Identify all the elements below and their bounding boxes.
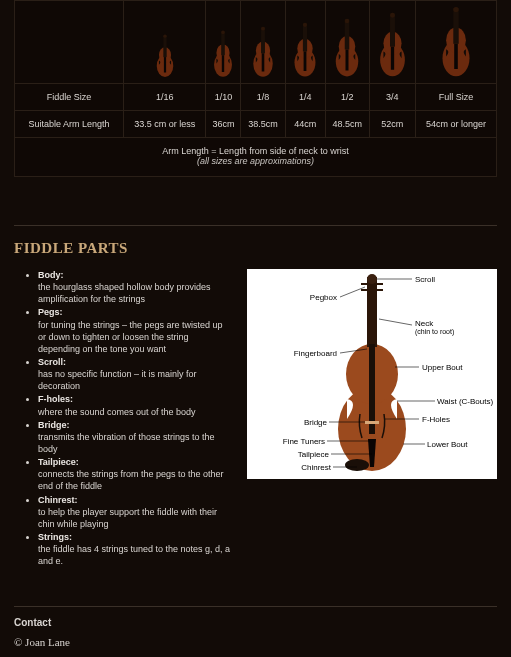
part-desc: for tuning the strings – the pegs are tw… <box>38 320 223 354</box>
violin-icon <box>291 21 319 79</box>
svg-line-48 <box>379 319 412 325</box>
empty-header-cell <box>15 1 124 84</box>
arm-cell: 36cm <box>206 111 241 138</box>
size-row-label: Fiddle Size <box>15 84 124 111</box>
fiddle-diagram: Scroll Pegbox Neck (chin to root) Finger… <box>247 269 497 479</box>
svg-point-9 <box>222 31 226 35</box>
diagram-label-chinrest: Chinrest <box>301 463 331 472</box>
list-item: Tailpiece:connects the strings from the … <box>38 456 233 492</box>
violin-icon <box>250 25 276 79</box>
violin-image-cell <box>124 1 206 84</box>
violin-image-cell <box>325 1 369 84</box>
contact-link[interactable]: Contact <box>14 617 497 628</box>
svg-point-45 <box>345 459 369 471</box>
size-cell: 3/4 <box>369 84 415 111</box>
fiddle-parts-section: Body:the hourglass shaped hollow body pr… <box>14 269 497 568</box>
violin-icon <box>332 17 362 79</box>
size-cell: 1/16 <box>124 84 206 111</box>
svg-rect-41 <box>377 283 383 285</box>
list-item: Scroll:has no specific function – it is … <box>38 356 233 392</box>
svg-rect-27 <box>390 14 395 47</box>
diagram-label-bridge: Bridge <box>304 418 327 427</box>
svg-rect-43 <box>377 289 383 291</box>
svg-rect-38 <box>369 344 375 434</box>
svg-rect-17 <box>303 23 307 51</box>
svg-rect-32 <box>453 8 458 44</box>
violin-image-cell <box>241 1 285 84</box>
diagram-label-finetuners: Fine Tuners <box>283 437 325 446</box>
arm-row: Suitable Arm Length 33.5 cm or less 36cm… <box>15 111 497 138</box>
arm-cell: 33.5 cm or less <box>124 111 206 138</box>
list-item: Body:the hourglass shaped hollow body pr… <box>38 269 233 305</box>
table-footnote: Arm Length = Length from side of neck to… <box>14 138 497 177</box>
diagram-label-waist: Waist (C-Bouts) <box>437 397 493 406</box>
footer-divider <box>14 606 497 607</box>
diagram-label-necknote: (chin to root) <box>415 328 454 335</box>
part-desc: connects the strings from the pegs to th… <box>38 469 224 491</box>
size-cell: Full Size <box>415 84 496 111</box>
fiddle-parts-list: Body:the hourglass shaped hollow body pr… <box>14 269 233 568</box>
svg-rect-7 <box>222 31 226 55</box>
part-desc: the fiddle has 4 strings tuned to the no… <box>38 544 230 566</box>
part-name: Bridge: <box>38 420 70 430</box>
diagram-label-fingerboard: Fingerboard <box>294 349 337 358</box>
size-cell: 1/8 <box>241 84 285 111</box>
violin-icon <box>211 29 235 79</box>
part-desc: the hourglass shaped hollow body provide… <box>38 282 211 304</box>
svg-point-29 <box>390 13 395 18</box>
arm-cell: 52cm <box>369 111 415 138</box>
list-item: Strings:the fiddle has 4 strings tuned t… <box>38 531 233 567</box>
part-name: Pegs: <box>38 307 63 317</box>
svg-rect-22 <box>345 20 350 50</box>
part-desc: to help the player support the fiddle wi… <box>38 507 217 529</box>
svg-point-14 <box>261 27 265 31</box>
part-name: Strings: <box>38 532 72 542</box>
list-item: Pegs:for tuning the strings – the pegs a… <box>38 306 233 355</box>
size-cell: 1/2 <box>325 84 369 111</box>
size-cell: 1/10 <box>206 84 241 111</box>
svg-rect-3 <box>164 57 166 72</box>
violin-icon <box>154 33 176 79</box>
svg-rect-18 <box>304 51 307 71</box>
svg-rect-44 <box>365 421 379 424</box>
arm-cell: 54cm or longer <box>415 111 496 138</box>
svg-point-39 <box>367 274 377 284</box>
part-desc: where the sound comes out of the body <box>38 407 196 417</box>
violin-image-cell <box>415 1 496 84</box>
arm-cell: 38.5cm <box>241 111 285 138</box>
diagram-label-neck: Neck <box>415 319 433 328</box>
arm-row-label: Suitable Arm Length <box>15 111 124 138</box>
divider <box>14 225 497 226</box>
diagram-label-scroll: Scroll <box>415 275 435 284</box>
arm-cell: 44cm <box>285 111 325 138</box>
copyright-text: © Joan Lane <box>14 636 497 648</box>
diagram-label-tailpiece: Tailpiece <box>298 450 329 459</box>
part-name: Tailpiece: <box>38 457 79 467</box>
part-name: F-holes: <box>38 394 73 404</box>
violin-image-row <box>15 1 497 84</box>
size-row: Fiddle Size 1/16 1/10 1/8 1/4 1/2 3/4 Fu… <box>15 84 497 111</box>
fiddle-parts-heading: Fiddle Parts <box>14 240 497 257</box>
violin-icon <box>438 5 474 79</box>
svg-point-34 <box>453 7 458 12</box>
svg-point-24 <box>345 19 350 24</box>
footnote-line-1: Arm Length = Length from side of neck to… <box>19 146 492 156</box>
part-name: Body: <box>38 270 64 280</box>
svg-rect-33 <box>454 44 458 69</box>
svg-rect-23 <box>346 50 349 71</box>
list-item: Bridge:transmits the vibration of those … <box>38 419 233 455</box>
violin-icon <box>376 11 409 79</box>
footnote-line-2: (all sizes are approximations) <box>19 156 492 166</box>
svg-rect-13 <box>262 53 265 71</box>
svg-rect-8 <box>222 55 224 72</box>
diagram-label-lowerbout: Lower Bout <box>427 440 467 449</box>
violin-image-cell <box>369 1 415 84</box>
size-cell: 1/4 <box>285 84 325 111</box>
list-item: F-holes:where the sound comes out of the… <box>38 393 233 417</box>
violin-image-cell <box>206 1 241 84</box>
part-desc: transmits the vibration of those strings… <box>38 432 215 454</box>
svg-point-19 <box>303 23 307 27</box>
diagram-label-fholes: F-Holes <box>422 415 450 424</box>
svg-rect-12 <box>261 27 265 53</box>
part-name: Scroll: <box>38 357 66 367</box>
